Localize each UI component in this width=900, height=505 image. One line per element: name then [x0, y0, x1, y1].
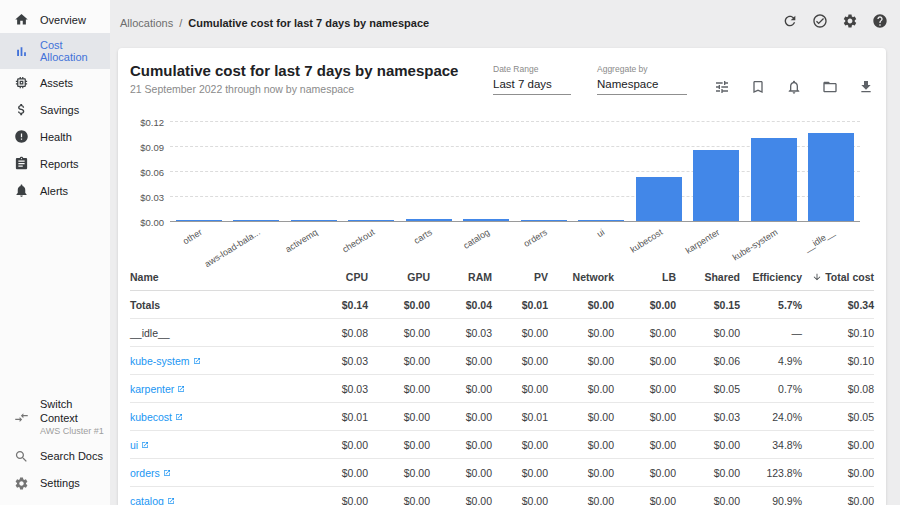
date-range-select[interactable]: Date Range Last 7 days: [493, 64, 571, 95]
x-label-slot: orders: [515, 222, 573, 254]
name-cell: __idle__: [130, 327, 310, 339]
bar-aws-load-bala...[interactable]: [233, 220, 279, 221]
sidebar-item-label: Reports: [40, 158, 79, 170]
tune-button[interactable]: [713, 80, 730, 97]
value-cell: $0.00: [492, 383, 548, 395]
bar-activemq[interactable]: [291, 220, 337, 221]
sidebar-item-label: Switch Context: [40, 398, 110, 426]
sidebar-item-label: Alerts: [40, 185, 68, 197]
bar-slot: [228, 121, 286, 221]
column-header-efficiency[interactable]: Efficiency: [740, 271, 802, 283]
value-cell: $0.00: [492, 327, 548, 339]
sidebar-item-savings[interactable]: Savings: [0, 96, 110, 123]
chart-plot-area: $0.12$0.09$0.06$0.03$0.00: [170, 121, 860, 221]
bar-other[interactable]: [176, 220, 222, 221]
card-controls: Date Range Last 7 days Aggregate by Name…: [493, 62, 874, 97]
x-axis-label: carts: [412, 227, 434, 246]
sidebar-item-health[interactable]: Health: [0, 123, 110, 150]
breadcrumb-section[interactable]: Allocations: [120, 17, 173, 29]
value-cell: $0.00: [492, 355, 548, 367]
value-cell: $0.00: [368, 411, 430, 423]
y-axis-tick: $0.03: [140, 192, 164, 203]
folder-icon: [822, 79, 838, 99]
download-icon: [858, 79, 874, 99]
help-button[interactable]: [871, 15, 888, 32]
bar-carts[interactable]: [406, 219, 452, 221]
column-header-gpu[interactable]: GPU: [368, 271, 430, 283]
sidebar-item-reports[interactable]: Reports: [0, 150, 110, 177]
bar-orders[interactable]: [521, 220, 567, 221]
bell-outline-icon: [786, 79, 802, 99]
column-header-cpu[interactable]: CPU: [310, 271, 368, 283]
bell-outline-button[interactable]: [785, 80, 802, 97]
bar-kubecost[interactable]: [636, 177, 682, 221]
sidebar-item-assets[interactable]: Assets: [0, 69, 110, 96]
sidebar-item-alerts[interactable]: Alerts: [0, 177, 110, 204]
value-cell: $0.05: [802, 411, 874, 423]
value-cell: $0.34: [802, 299, 874, 311]
bar-kube-system[interactable]: [751, 138, 797, 221]
bar-catalog[interactable]: [463, 219, 509, 221]
column-header-total-cost[interactable]: Total cost: [802, 271, 874, 283]
sidebar-item-cost-allocation[interactable]: Cost Allocation: [0, 33, 110, 69]
namespace-link[interactable]: kubecost: [130, 411, 183, 423]
column-header-lb[interactable]: LB: [614, 271, 676, 283]
x-label-slot: kubecost: [630, 222, 688, 254]
value-cell: $0.00: [310, 467, 368, 479]
check-circle-button[interactable]: [811, 15, 828, 32]
sidebar-item-settings[interactable]: Settings: [0, 470, 110, 497]
column-header-pv[interactable]: PV: [492, 271, 548, 283]
bar-ui[interactable]: [578, 220, 624, 221]
folder-button[interactable]: [821, 80, 838, 97]
bookmark-button[interactable]: [749, 80, 766, 97]
bar-__idle__[interactable]: [808, 133, 854, 221]
value-cell: $0.00: [548, 299, 614, 311]
help-icon: [872, 13, 888, 33]
value-cell: $0.00: [492, 495, 548, 505]
gear-button[interactable]: [841, 15, 858, 32]
x-axis-label: __idle__: [802, 227, 836, 254]
table-totals-row: Totals$0.14$0.00$0.04$0.01$0.00$0.00$0.1…: [130, 291, 874, 319]
value-cell: $0.00: [430, 411, 492, 423]
value-cell: $0.00: [548, 467, 614, 479]
bar-checkout[interactable]: [348, 220, 394, 221]
value-cell: $0.00: [492, 467, 548, 479]
breadcrumb: Allocations / Cumulative cost for last 7…: [120, 17, 429, 29]
aggregate-by-select[interactable]: Aggregate by Namespace: [597, 64, 687, 95]
y-axis-tick: $0.00: [140, 217, 164, 228]
bar-slot: [170, 121, 228, 221]
x-label-slot: kube-system: [745, 222, 803, 254]
bar-slot: [515, 121, 573, 221]
value-cell: $0.00: [310, 439, 368, 451]
namespace-link[interactable]: kube-system: [130, 355, 201, 367]
sidebar-item-switch-context[interactable]: Switch ContextAWS Cluster #1: [0, 392, 110, 443]
refresh-button[interactable]: [781, 15, 798, 32]
sidebar-footer: Switch ContextAWS Cluster #1Search DocsS…: [0, 392, 110, 505]
main-area: Allocations / Cumulative cost for last 7…: [110, 0, 900, 505]
x-axis-label: karpenter: [684, 227, 722, 256]
value-cell: $0.00: [614, 495, 676, 505]
column-header-network[interactable]: Network: [548, 271, 614, 283]
bar-slot: [803, 121, 861, 221]
value-cell: 24.0%: [740, 411, 802, 423]
sidebar-item-search-docs[interactable]: Search Docs: [0, 443, 110, 470]
namespace-link[interactable]: karpenter: [130, 383, 185, 395]
sidebar-item-overview[interactable]: Overview: [0, 6, 110, 33]
allocation-card: Cumulative cost for last 7 days by names…: [118, 48, 886, 505]
aggregate-by-value[interactable]: Namespace: [597, 78, 687, 95]
value-cell: $0.00: [676, 439, 740, 451]
name-cell: Totals: [130, 299, 310, 311]
table-row: catalog$0.00$0.00$0.00$0.00$0.00$0.00$0.…: [130, 487, 874, 505]
download-button[interactable]: [857, 80, 874, 97]
value-cell: $0.15: [676, 299, 740, 311]
column-header-ram[interactable]: RAM: [430, 271, 492, 283]
namespace-link[interactable]: ui: [130, 439, 149, 451]
bar-karpenter[interactable]: [693, 150, 739, 221]
x-axis-label: orders: [522, 227, 549, 249]
date-range-value[interactable]: Last 7 days: [493, 78, 571, 95]
namespace-link[interactable]: orders: [130, 467, 171, 479]
column-header-name[interactable]: Name: [130, 271, 310, 283]
column-header-shared[interactable]: Shared: [676, 271, 740, 283]
namespace-link[interactable]: catalog: [130, 495, 175, 505]
allocation-table: NameCPUGPURAMPVNetworkLBSharedEfficiency…: [130, 263, 874, 505]
